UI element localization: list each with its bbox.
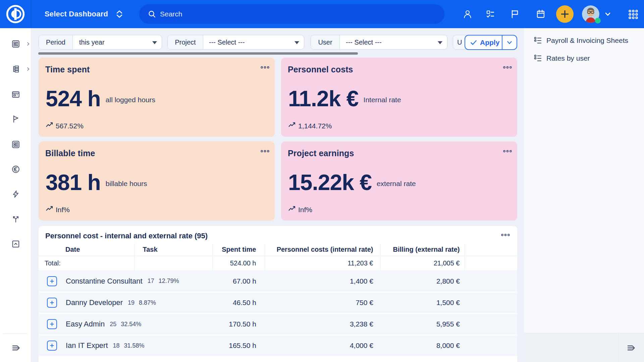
row-spent-time: 46.50 h bbox=[212, 292, 265, 313]
card-menu-icon[interactable] bbox=[503, 149, 512, 153]
table-row[interactable]: Danny Developer 19 8.87% 46.50 h 750 € 1… bbox=[39, 292, 517, 313]
sidebar-project-tree-expand-icon[interactable] bbox=[26, 67, 30, 71]
column-header-billing[interactable]: Billing (external rate) bbox=[380, 244, 465, 256]
plus-icon bbox=[49, 343, 55, 348]
project-filter[interactable]: Project --- Select --- bbox=[167, 35, 304, 50]
expand-row-button[interactable] bbox=[47, 319, 57, 329]
sidebar-dashboard-icon[interactable] bbox=[11, 40, 20, 48]
trending-up-icon bbox=[45, 205, 54, 213]
sidebar-collapse-box-icon[interactable] bbox=[11, 240, 20, 248]
dashboard-selector[interactable]: Select Dashboard bbox=[45, 0, 108, 28]
expand-row-button[interactable] bbox=[47, 298, 57, 308]
card-menu-icon[interactable] bbox=[261, 149, 269, 153]
card-menu-icon[interactable] bbox=[503, 66, 512, 69]
row-spent-time: 165.50 h bbox=[212, 335, 265, 356]
card-title: Time spent bbox=[45, 65, 90, 74]
column-header-date[interactable]: Date bbox=[39, 244, 134, 256]
project-filter-value: --- Select --- bbox=[203, 35, 294, 49]
total-billing: 21,005 € bbox=[380, 256, 465, 270]
table-header-row: Date Task Spent time Personnel costs (in… bbox=[39, 244, 517, 256]
expand-row-button[interactable] bbox=[47, 341, 57, 351]
apply-dropdown-toggle[interactable] bbox=[502, 36, 517, 49]
card-title: Billable time bbox=[45, 148, 95, 158]
sidebar-workflow-split-icon[interactable] bbox=[11, 215, 20, 223]
sidebar-dashboard-expand-icon[interactable] bbox=[26, 42, 30, 46]
panel-menu-icon[interactable] bbox=[501, 233, 510, 237]
sidebar-flag-icon[interactable] bbox=[11, 115, 20, 123]
quick-add-button[interactable] bbox=[556, 5, 574, 23]
tasks-checklist-icon[interactable] bbox=[486, 10, 495, 18]
row-user-name: Easy Admin bbox=[66, 320, 105, 328]
table-row[interactable]: Easy Admin 25 32.54% 170.50 h 3,238 € 5,… bbox=[39, 313, 517, 335]
period-caret-icon bbox=[152, 41, 157, 44]
sidebar-item-payroll-invoicing-sheets[interactable]: Payroll & Invoicing Sheets bbox=[524, 33, 644, 48]
apply-button[interactable]: Apply bbox=[465, 35, 517, 50]
table-row[interactable]: Ian IT Expert 18 31.58% 165.50 h 4,000 €… bbox=[39, 335, 517, 356]
row-personnel-costs: 3,238 € bbox=[265, 313, 380, 335]
card-title: Project earnings bbox=[288, 148, 354, 158]
apply-chevron-down-icon bbox=[506, 39, 513, 46]
card-menu-icon[interactable] bbox=[261, 66, 269, 69]
total-spent-time: 524.00 h bbox=[212, 256, 265, 270]
app-logo[interactable] bbox=[0, 0, 31, 28]
period-filter-label: Period bbox=[39, 35, 73, 49]
calendar-icon[interactable] bbox=[536, 10, 545, 18]
card-trend-value: 567.52% bbox=[56, 122, 84, 130]
plus-icon bbox=[49, 321, 55, 327]
footer-divider bbox=[618, 333, 619, 362]
row-entry-count: 19 bbox=[128, 299, 135, 306]
row-personnel-costs: 4,000 € bbox=[265, 335, 380, 356]
trending-up-icon bbox=[288, 205, 297, 213]
row-entry-count: 17 bbox=[148, 278, 154, 285]
expand-row-button[interactable] bbox=[47, 276, 57, 286]
user-avatar[interactable] bbox=[582, 5, 599, 23]
apps-grid-icon[interactable] bbox=[628, 9, 638, 19]
left-sidebar bbox=[0, 28, 31, 362]
personnel-cost-table: Date Task Spent time Personnel costs (in… bbox=[39, 244, 517, 357]
row-billing: 2,800 € bbox=[380, 270, 465, 292]
right-sidebar: Payroll & Invoicing Sheets Rates by user bbox=[524, 28, 644, 362]
column-header-spent-time[interactable]: Spent time bbox=[212, 244, 265, 256]
project-caret-icon bbox=[294, 41, 299, 44]
row-personnel-costs: 750 € bbox=[265, 292, 380, 313]
column-header-task[interactable]: Task bbox=[134, 244, 212, 256]
sidebar-divider bbox=[3, 334, 28, 334]
sidebar-modules-icon[interactable] bbox=[11, 140, 20, 149]
user-filter[interactable]: User --- Select --- bbox=[311, 35, 447, 50]
column-header-empty bbox=[465, 244, 517, 256]
filter-scrollbar[interactable] bbox=[38, 52, 358, 55]
table-row[interactable]: Constantine Consultant 17 12.79% 67.00 h… bbox=[39, 270, 517, 292]
sidebar-collapse-icon[interactable] bbox=[11, 343, 21, 353]
user-icon[interactable] bbox=[463, 10, 472, 18]
sidebar-project-tree-icon[interactable] bbox=[11, 65, 20, 73]
total-empty bbox=[465, 256, 517, 270]
sidebar-lightning-icon[interactable] bbox=[11, 190, 20, 198]
row-entry-count: 25 bbox=[110, 321, 116, 328]
total-task-empty bbox=[134, 256, 212, 270]
row-empty bbox=[465, 313, 517, 335]
column-header-personnel-costs[interactable]: Personnel costs (internal rate) bbox=[265, 244, 380, 256]
card-value-label: Internal rate bbox=[364, 96, 401, 104]
row-billing: 8,000 € bbox=[380, 335, 465, 356]
sidebar-money-euro-icon[interactable] bbox=[11, 165, 20, 174]
sidebar-item-rates-by-user[interactable]: Rates by user bbox=[524, 51, 644, 66]
sidebar-item-label: Payroll & Invoicing Sheets bbox=[546, 37, 628, 45]
row-percent: 32.54% bbox=[121, 321, 141, 328]
right-sidebar-collapse-icon[interactable] bbox=[626, 343, 636, 353]
apply-button-main[interactable]: Apply bbox=[465, 36, 502, 49]
table-total-row: Total: 524.00 h 11,203 € 21,005 € bbox=[39, 256, 517, 270]
row-billing: 5,955 € bbox=[380, 313, 465, 335]
avatar-chevron-down-icon[interactable] bbox=[604, 11, 611, 17]
list-icon bbox=[534, 36, 542, 45]
flag-icon[interactable] bbox=[511, 10, 519, 18]
card-project-earnings: Project earnings 15.22k € external rate … bbox=[281, 141, 517, 221]
search-input[interactable] bbox=[160, 10, 422, 18]
search-bar[interactable] bbox=[139, 4, 444, 24]
sidebar-browser-card-icon[interactable] bbox=[11, 90, 20, 99]
list-icon bbox=[534, 54, 542, 63]
unfold-more-icon[interactable] bbox=[115, 10, 124, 18]
card-time-spent: Time spent 524 h all logged hours 567.52… bbox=[39, 58, 275, 137]
card-trend-value: 1,144.72% bbox=[298, 122, 332, 130]
period-filter[interactable]: Period this year bbox=[39, 35, 162, 50]
card-personnel-costs: Personnel costs 11.2k € Internal rate 1,… bbox=[281, 58, 517, 137]
